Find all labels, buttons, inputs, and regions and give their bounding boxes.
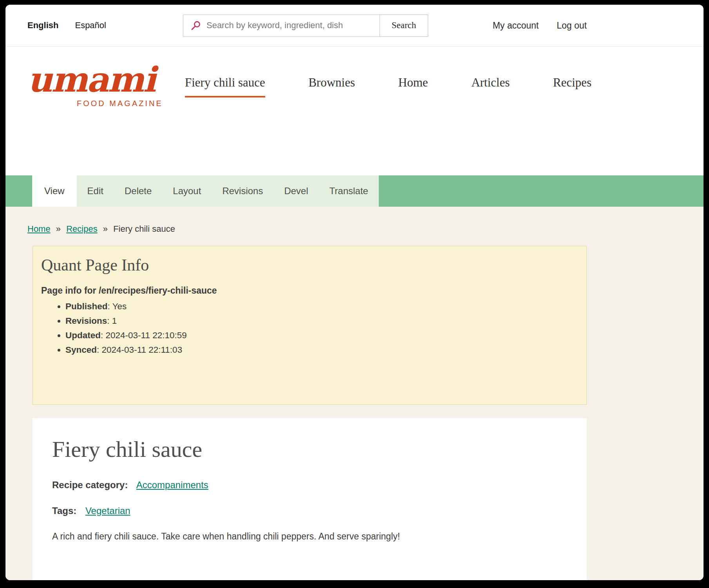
search-button[interactable]: Search (380, 14, 428, 37)
search-box[interactable] (183, 14, 380, 37)
my-account-link[interactable]: My account (493, 20, 539, 31)
tab-view[interactable]: View (32, 175, 77, 207)
page-info-list: Published: Yes Revisions: 1 Updated: 202… (65, 299, 575, 357)
search-input[interactable] (206, 20, 374, 31)
page-info-item-revisions: Revisions: 1 (65, 314, 575, 328)
page-info-title: Quant Page Info (41, 256, 575, 274)
page-info-intro: Page info for /en/recipes/fiery-chili-sa… (41, 285, 575, 296)
search-form: Search (183, 14, 428, 37)
recipe-description: A rich and fiery chili sauce. Take care … (52, 531, 567, 542)
site-header: umami FOOD MAGAZINE Fiery chili sauce Br… (5, 47, 704, 175)
recipe-tags-line: Tags: Vegetarian (52, 505, 567, 516)
recipe-tags-label: Tags: (52, 505, 76, 516)
quant-page-info-box: Quant Page Info Page info for /en/recipe… (33, 246, 587, 405)
search-icon (190, 20, 201, 31)
language-link-english[interactable]: English (27, 20, 58, 31)
main-navigation: Fiery chili sauce Brownies Home Articles… (185, 76, 591, 97)
umami-logo[interactable]: umami FOOD MAGAZINE (27, 62, 163, 108)
nav-item-fiery-chili-sauce[interactable]: Fiery chili sauce (185, 76, 265, 97)
tab-delete[interactable]: Delete (114, 175, 162, 207)
language-link-espanol[interactable]: Español (75, 20, 106, 31)
recipe-tag-link[interactable]: Vegetarian (85, 505, 130, 516)
tab-translate[interactable]: Translate (319, 175, 379, 207)
admin-tabs-bar: View Edit Delete Layout Revisions Devel … (5, 175, 704, 207)
breadcrumb-link-home[interactable]: Home (27, 224, 51, 234)
tab-edit[interactable]: Edit (77, 175, 114, 207)
log-out-link[interactable]: Log out (557, 20, 587, 31)
breadcrumb-link-recipes[interactable]: Recipes (66, 224, 97, 234)
page-info-item-updated: Updated: 2024-03-11 22:10:59 (65, 328, 575, 343)
admin-tabs: View Edit Delete Layout Revisions Devel … (32, 175, 379, 207)
logo-tagline: FOOD MAGAZINE (77, 99, 163, 108)
main-content-area: Home » Recipes » Fiery chili sauce Quant… (5, 207, 704, 580)
nav-item-articles[interactable]: Articles (471, 76, 510, 96)
logo-wordmark: umami (27, 62, 163, 97)
tab-devel[interactable]: Devel (273, 175, 318, 207)
browser-viewport: English Español Search My account Log ou… (5, 5, 704, 580)
recipe-article-card: Fiery chili sauce Recipe category: Accom… (33, 418, 587, 580)
page-info-item-synced: Synced: 2024-03-11 22:11:03 (65, 343, 575, 357)
account-links: My account Log out (493, 20, 587, 31)
tab-layout[interactable]: Layout (162, 175, 212, 207)
page-info-item-published: Published: Yes (65, 299, 575, 314)
language-switcher: English Español (27, 20, 106, 31)
recipe-category-link[interactable]: Accompaniments (136, 480, 208, 490)
recipe-title: Fiery chili sauce (52, 436, 567, 462)
recipe-category-label: Recipe category: (52, 480, 128, 490)
nav-item-brownies[interactable]: Brownies (308, 76, 355, 96)
breadcrumb-current: Fiery chili sauce (113, 224, 175, 234)
breadcrumb: Home » Recipes » Fiery chili sauce (27, 224, 704, 234)
tab-revisions[interactable]: Revisions (212, 175, 273, 207)
nav-item-recipes[interactable]: Recipes (553, 76, 591, 96)
recipe-category-line: Recipe category: Accompaniments (52, 480, 567, 491)
breadcrumb-separator: » (56, 224, 61, 234)
nav-item-home[interactable]: Home (398, 76, 428, 96)
top-utility-bar: English Español Search My account Log ou… (5, 5, 704, 47)
breadcrumb-separator: » (103, 224, 108, 234)
